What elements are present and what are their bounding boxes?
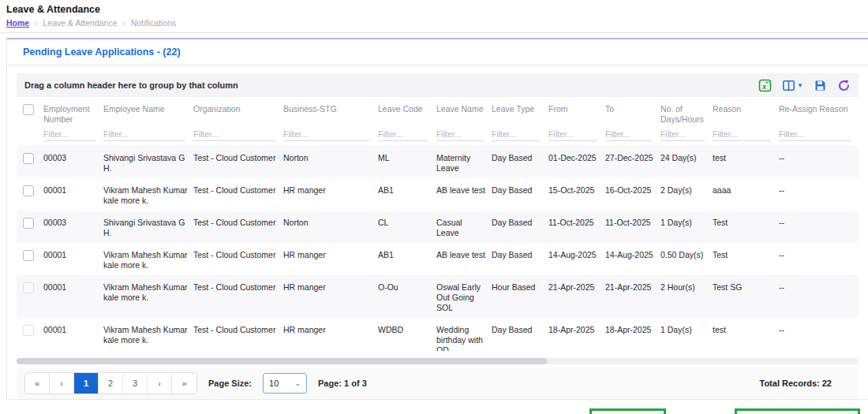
- row-checkbox[interactable]: [23, 218, 34, 229]
- col-leave-name[interactable]: Leave Name: [436, 97, 492, 126]
- page-first-button[interactable]: «: [25, 373, 50, 393]
- pagination-bar: « ‹ 1 2 3 › » Page Size: 10 ⌄ Page: 1 of…: [17, 367, 859, 399]
- row-checkbox[interactable]: [23, 250, 34, 261]
- table-row: 00001 Vikram Mahesh Kumar kale more k. T…: [17, 243, 859, 275]
- row-checkbox[interactable]: [23, 153, 34, 164]
- col-organization[interactable]: Organization: [193, 97, 283, 126]
- filter-input-to[interactable]: [605, 128, 653, 141]
- filter-input-leave-code[interactable]: [378, 128, 428, 141]
- col-leave-code[interactable]: Leave Code: [378, 97, 436, 126]
- col-reason[interactable]: Reason: [713, 97, 779, 126]
- table-row: 00003 Shivangi Srivastava G H. Test - Cl…: [17, 211, 859, 243]
- col-days-hours[interactable]: No. of Days/Hours: [660, 97, 713, 126]
- leave-applications-table: Employment Number Employee Name Organiza…: [17, 97, 859, 356]
- refresh-icon[interactable]: [837, 79, 851, 92]
- col-from[interactable]: From: [548, 97, 605, 126]
- col-reassign-reason[interactable]: Re-Assign Reason: [779, 97, 859, 126]
- page-size-label: Page Size:: [208, 379, 252, 388]
- reassign-annotation-box: Re-Assign: [589, 408, 666, 414]
- row-checkbox[interactable]: [23, 282, 34, 293]
- filter-row: [17, 126, 859, 146]
- row-checkbox[interactable]: [23, 185, 34, 196]
- page-size-select[interactable]: 10 ⌄: [263, 373, 307, 393]
- page-last-button[interactable]: »: [172, 373, 196, 393]
- filter-input-reason[interactable]: [713, 128, 771, 141]
- save-layout-icon[interactable]: [814, 79, 827, 92]
- column-header-row: Employment Number Employee Name Organiza…: [17, 97, 859, 126]
- pager: « ‹ 1 2 3 › »: [24, 372, 197, 394]
- filter-input-organization[interactable]: [193, 128, 275, 141]
- page-header: Leave & Attendance Home › Leave & Attend…: [0, 0, 868, 33]
- filter-input-employee-name[interactable]: [103, 128, 185, 141]
- page-title: Leave & Attendance: [6, 4, 868, 15]
- filter-input-business-stg[interactable]: [283, 128, 370, 141]
- column-chooser-icon[interactable]: ▼: [782, 79, 803, 92]
- filter-input-days-hours[interactable]: [660, 128, 705, 141]
- col-employment-number[interactable]: Employment Number: [43, 97, 103, 126]
- filter-input-reassign-reason[interactable]: [779, 128, 851, 141]
- filter-input-from[interactable]: [548, 128, 597, 141]
- group-by-hint: Drag a column header here to group by th…: [24, 80, 238, 90]
- panel-title: Pending Leave Applications - (22): [7, 39, 868, 65]
- select-all-checkbox[interactable]: [23, 104, 34, 115]
- table-row: 00003 Shivangi Srivastava G H. Test - Cl…: [17, 146, 859, 178]
- horizontal-scrollbar-thumb[interactable]: [17, 358, 547, 364]
- horizontal-scrollbar: [17, 358, 859, 364]
- table-row: 00001 Vikram Mahesh Kumar kale more k. T…: [17, 178, 859, 211]
- table-row: 00001 Vikram Mahesh Kumar kale more k. T…: [17, 318, 859, 356]
- breadcrumb-notifications: Notifications: [131, 18, 176, 28]
- svg-text:x: x: [762, 81, 767, 90]
- page-1-button[interactable]: 1: [74, 373, 99, 393]
- breadcrumb-home-link[interactable]: Home: [6, 18, 29, 28]
- filter-input-leave-type[interactable]: [492, 128, 541, 141]
- breadcrumb-leave-attendance: Leave & Attendance: [43, 18, 118, 28]
- pending-leave-panel: Pending Leave Applications - (22) Drag a…: [6, 38, 868, 400]
- grid-toolbar: Drag a column header here to group by th…: [17, 73, 859, 97]
- breadcrumb-separator: ›: [123, 19, 125, 28]
- page-2-button[interactable]: 2: [99, 373, 123, 393]
- filter-input-leave-name[interactable]: [436, 128, 484, 141]
- column-chooser-caret-icon: ▼: [797, 82, 803, 89]
- excel-export-icon[interactable]: x: [758, 79, 772, 92]
- page-next-button[interactable]: ›: [148, 373, 172, 393]
- col-employee-name[interactable]: Employee Name: [103, 97, 193, 126]
- chevron-down-icon: ⌄: [294, 379, 301, 387]
- page-info: Page: 1 of 3: [318, 379, 367, 388]
- col-business-stg[interactable]: Business-STG: [283, 97, 378, 126]
- page-3-button[interactable]: 3: [123, 373, 148, 393]
- approve-reject-annotation-box: Approve Reject: [735, 408, 860, 414]
- breadcrumb-separator: ›: [35, 19, 37, 28]
- col-leave-type[interactable]: Leave Type: [492, 97, 548, 126]
- filter-input-employment-number[interactable]: [43, 128, 95, 141]
- total-records: Total Records: 22: [760, 379, 851, 388]
- breadcrumb: Home › Leave & Attendance › Notification…: [6, 18, 868, 28]
- table-row: 00001 Vikram Mahesh Kumar kale more k. T…: [17, 275, 859, 318]
- col-to[interactable]: To: [605, 97, 660, 126]
- action-bar: Select Employee ▾ Enter Re-Assign Reason…: [0, 400, 868, 414]
- page-prev-button[interactable]: ‹: [50, 373, 74, 393]
- row-checkbox[interactable]: [23, 325, 34, 336]
